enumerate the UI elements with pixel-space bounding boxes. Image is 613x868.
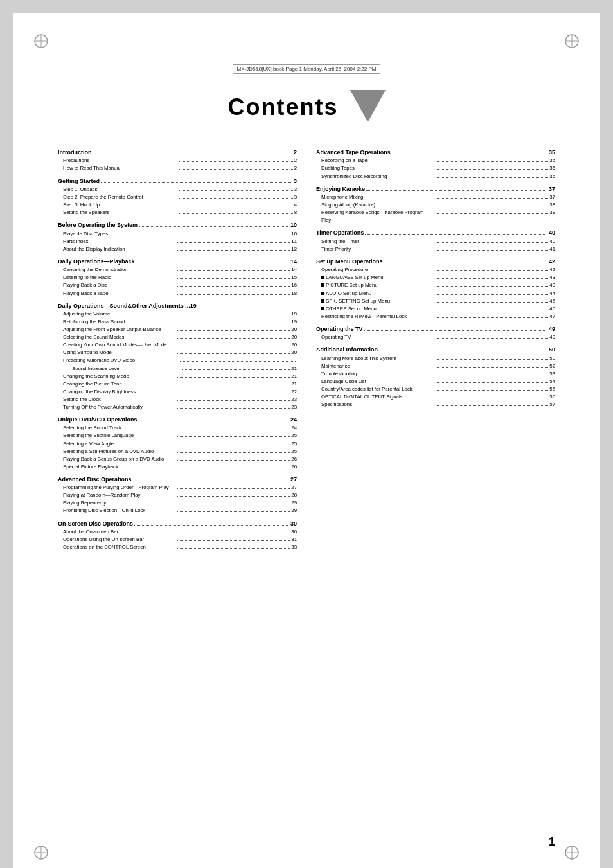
- toc-sound-increase: Sound Increase Level21: [58, 365, 297, 373]
- toc-record-tape: Recording on a Tape35: [316, 157, 555, 164]
- svg-marker-12: [350, 90, 386, 122]
- toc-scanning: Changing the Scanning Mode21: [58, 373, 297, 380]
- toc-learning-more: Learning More about This System50: [316, 355, 555, 362]
- left-column: Introduction 2 Precautions2 How to Read …: [58, 144, 297, 551]
- right-column: Advanced Tape Operations 35 Recording on…: [316, 144, 555, 551]
- section-setup-menu: Set up Menu Operations 42: [316, 257, 555, 266]
- toc-country-codes: Country/Area codes list for Parental Loc…: [316, 385, 555, 393]
- toc-play-tape: Playing Back a Tape18: [58, 290, 297, 297]
- toc-special-picture: Special Picture Playback26: [58, 463, 297, 471]
- toc-picture-tone: Changing the Picture Tone21: [58, 380, 297, 388]
- page-number: 1: [549, 835, 555, 849]
- toc-language-code: Language Code List54: [316, 378, 555, 385]
- toc-spk-menu: SPK. SETTING Set up Menu45: [316, 297, 555, 305]
- section-karaoke: Enjoying Karaoke 37: [316, 184, 555, 193]
- toc-still-pictures: Selecting a Still Pictures on a DVD Audi…: [58, 448, 297, 456]
- title-container: Contents: [58, 90, 555, 125]
- reg-mark-tr: [563, 32, 581, 50]
- toc-speakers: Setting the Speakers8: [58, 209, 297, 217]
- toc-onscreen-bar: About the On-screen Bar30: [58, 528, 297, 536]
- toc-display-indication: About the Display Indication12: [58, 245, 297, 253]
- toc-operating-tv: Operating TV49: [316, 333, 555, 341]
- toc-child-lock: Prohibiting Disc Ejection—Child Lock29: [58, 507, 297, 515]
- toc-view-angle: Selecting a View Angle25: [58, 440, 297, 448]
- toc-singing: Singing Along (Karaoke)38: [316, 201, 555, 209]
- toc-balance: Adjusting the Front Speaker Output Balan…: [58, 326, 297, 333]
- toc-karaoke-reserve: Reserving Karaoke Songs—Karaoke Program …: [316, 209, 555, 224]
- section-introduction: Introduction 2: [58, 148, 297, 157]
- toc-dvd-video-label: Presetting Automatic DVD Video: [58, 357, 297, 364]
- toc-repeat: Playing Repeatedly29: [58, 499, 297, 507]
- toc-parental-lock: Restricting the Review—Parental Lock47: [316, 313, 555, 321]
- toc-demo: Canceling the Demonstration14: [58, 266, 297, 274]
- toc-play-disc: Playing Back a Disc16: [58, 281, 297, 289]
- toc-surround: Using Surround Mode20: [58, 349, 297, 357]
- section-operating-tv: Operating the TV 49: [316, 324, 555, 333]
- toc-clock: Setting the Clock23: [58, 396, 297, 403]
- reg-mark-br: [563, 844, 581, 862]
- toc-control-screen: Operations on the CONTROL Screen33: [58, 544, 297, 551]
- toc-sound-track: Selecting the Sound Track24: [58, 424, 297, 432]
- toc-timer-priority: Timer Priority41: [316, 245, 555, 253]
- toc-microphone: Microphone Mixing37: [316, 193, 555, 201]
- section-daily-sound: Daily Operations—Sound&Other Adjustments…: [58, 301, 297, 310]
- toc-random-play: Playing at Random—Random Play28: [58, 492, 297, 499]
- toc-specifications: Specifications57: [316, 401, 555, 409]
- section-before-operating: Before Operating the System 10: [58, 220, 297, 229]
- toc-unpack: Step 1: Unpack3: [58, 186, 297, 193]
- toc-maintenance: Maintenance52: [316, 362, 555, 370]
- toc-audio-menu: AUDIO Set up Menu44: [316, 290, 555, 297]
- toc-set-timer: Setting the Timer40: [316, 238, 555, 245]
- toc-parts-index: Parts Index11: [58, 238, 297, 245]
- toc-how-to-read: How to Read This Manual2: [58, 164, 297, 172]
- section-onscreen: On-Screen Disc Operations 30: [58, 519, 297, 528]
- toc-program-play: Programming the Playing Order—Program Pl…: [58, 484, 297, 492]
- reg-mark-bl: [32, 844, 50, 862]
- toc-volume: Adjusting the Volume19: [58, 310, 297, 318]
- section-advanced-tape: Advanced Tape Operations 35: [316, 148, 555, 157]
- toc-power-off: Turning Off the Power Automatically23: [58, 403, 297, 411]
- page-title: Contents: [228, 94, 339, 121]
- toc-troubleshooting: Troubleshooting53: [316, 370, 555, 378]
- toc-precautions: Precautions2: [58, 157, 297, 164]
- toc-columns: Introduction 2 Precautions2 How to Read …: [58, 144, 555, 551]
- toc-user-mode: Creating Your Own Sound Modes—User Mode2…: [58, 341, 297, 349]
- section-daily-playback: Daily Operations—Playback 14: [58, 257, 297, 266]
- toc-hookup: Step 3: Hook Up4: [58, 201, 297, 209]
- toc-dubbing: Dubbing Tapes36: [316, 164, 555, 172]
- section-getting-started: Getting Started 3: [58, 177, 297, 186]
- toc-onscreen-bar-ops: Operations Using the On-screen Bar31: [58, 536, 297, 544]
- toc-bonus-group: Playing Back a Bonus Group on a DVD Audi…: [58, 456, 297, 463]
- toc-language-menu: LANGUAGE Set up Menu43: [316, 274, 555, 281]
- file-info: MX-JD5&8[UX].book Page 1 Monday, April 2…: [233, 64, 381, 74]
- toc-optical-digital: OPTICAL DIGITAL OUTPUT Signals56: [316, 393, 555, 401]
- toc-remote: Step 2: Prepare the Remote Control3: [58, 193, 297, 201]
- section-additional-info: Additional Information 50: [316, 345, 555, 354]
- triangle-icon: [350, 90, 386, 122]
- section-advanced-disc: Advanced Disc Operations 27: [58, 475, 297, 484]
- toc-operating-procedure: Operating Procedure42: [316, 266, 555, 274]
- toc-radio: Listening to the Radio15: [58, 274, 297, 281]
- toc-sync-recording: Synchronized Disc Recording36: [316, 173, 555, 181]
- reg-mark-tl: [32, 32, 50, 50]
- toc-display-brightness: Changing the Display Brightness22: [58, 388, 297, 396]
- section-timer: Timer Operations 40: [316, 228, 555, 237]
- toc-subtitle: Selecting the Subtitle Language25: [58, 432, 297, 439]
- toc-others-menu: OTHERS Set up Menu46: [316, 305, 555, 313]
- toc-picture-menu: PICTURE Set up Menu43: [316, 281, 555, 289]
- section-dvd-vcd: Unique DVD/VCD Operations 24: [58, 415, 297, 424]
- toc-sound-modes: Selecting the Sound Modes20: [58, 333, 297, 341]
- page: MX-JD5&8[UX].book Page 1 Monday, April 2…: [13, 13, 600, 868]
- toc-disc-types: Playable Disc Types10: [58, 230, 297, 238]
- toc-bass: Reinforcing the Bass Sound19: [58, 318, 297, 326]
